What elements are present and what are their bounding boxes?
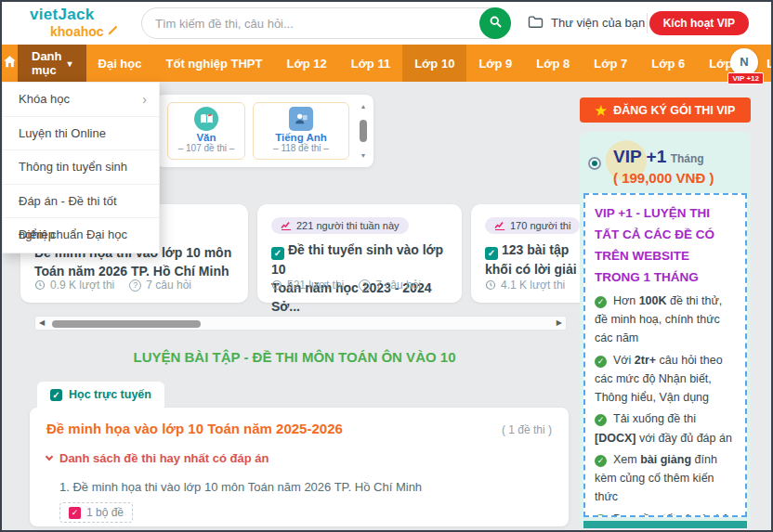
logo-text-bottom: khoahoc xyxy=(50,25,104,38)
sidebar-bottom-strip xyxy=(583,521,747,528)
subject-card-van[interactable]: Văn – 107 đề thi – xyxy=(167,102,245,160)
plan-name: VIP +1 xyxy=(613,147,666,167)
calendar-icon: ✓ xyxy=(69,507,81,519)
library-link[interactable]: Thư viện của bạn xyxy=(528,15,645,31)
clock-icon xyxy=(34,279,46,291)
logo-text-top: vietJack xyxy=(30,6,119,22)
pencil-icon xyxy=(107,24,119,38)
clock-icon xyxy=(485,279,496,291)
scroll-up-icon[interactable]: ▲ xyxy=(360,103,367,110)
menu-item-label: Khóa học xyxy=(19,92,70,106)
question-count: ? 7 câu hỏi xyxy=(359,279,421,292)
practice-card: Đề minh họa vào lớp 10 Toán năm 2025-202… xyxy=(30,408,569,526)
nav-item-dai-hoc[interactable]: Đại học xyxy=(86,45,154,82)
chart-icon xyxy=(281,221,292,230)
top-header: vietJack khoahoc Thư viện của bạn xyxy=(2,2,771,45)
search-icon xyxy=(489,15,503,32)
exam-list-header-label: Danh sách đề thi hay nhất có đáp án xyxy=(59,451,269,465)
exam-card-tuyen-sinh-2023[interactable]: 221 người thi tuần này ✓Đề thi tuyển sin… xyxy=(257,204,462,303)
nav-item-lop-9[interactable]: Lớp 9 xyxy=(466,45,524,82)
attempt-count: 4.1 K lượt thi xyxy=(485,279,565,292)
nav-item-lop-11[interactable]: Lớp 11 xyxy=(339,45,402,82)
vip-benefit-item: ✓Bao gồm tất cả các bậc từ Tiểu học đến … xyxy=(595,510,736,518)
avatar-vip-badge: VIP +12 xyxy=(727,72,764,84)
nav-item-lop-10[interactable]: Lớp 10 xyxy=(402,45,466,82)
submenu-arrow-icon: › xyxy=(142,83,147,117)
chevron-down-icon: ▾ xyxy=(68,58,72,69)
search-bar xyxy=(141,7,511,39)
exam-count-label: ( 1 đề thi ) xyxy=(502,423,552,436)
vip-benefit-item: ✓Với 2tr+ câu hỏi theo các mức độ Nhận b… xyxy=(595,351,736,408)
weekly-attempts-badge: 170 người thi xyxy=(485,217,580,234)
clock-icon xyxy=(271,279,282,291)
question-count: ? 7 câu hỏi xyxy=(129,279,191,292)
plan-price: ( 199,000 VNĐ ) xyxy=(613,170,714,186)
chart-icon xyxy=(494,221,505,230)
subject-name: Văn xyxy=(168,132,244,143)
home-icon xyxy=(2,54,18,72)
vip-sidebar: ★ ĐĂNG KÝ GÓI THI VIP VIP +1 Tháng ( 199… xyxy=(580,90,754,530)
weekly-attempts-badge: 221 người thi tuần này xyxy=(271,217,409,234)
scroll-right-icon[interactable]: ▶ xyxy=(557,318,562,327)
attempt-count: 0.9 K lượt thi xyxy=(34,279,114,292)
vietjack-exam-page: vietJack khoahoc Thư viện của bạn xyxy=(0,0,773,532)
exam-list-header[interactable]: Danh sách đề thi hay nhất có đáp án xyxy=(46,451,552,465)
nav-menu-label: Danh mục xyxy=(32,49,62,77)
nav-item-tot-nghiep-thpt[interactable]: Tốt nghiệp THPT xyxy=(154,45,275,82)
scroll-down-icon[interactable]: ▼ xyxy=(360,152,367,159)
exam-list-item[interactable]: 1. Đề minh họa thi vào lớp 10 môn Toán n… xyxy=(59,480,552,494)
nav-item-lop-12[interactable]: Lớp 12 xyxy=(274,45,338,82)
exam-cards-horizontal-scrollbar[interactable]: ◀ ▶ xyxy=(34,316,567,331)
menu-item-thong-tin-tuyen-sinh[interactable]: Thông tin tuyển sinh xyxy=(3,150,159,185)
attempt-count: 521 lượt thi xyxy=(271,279,344,292)
folder-icon xyxy=(528,15,544,31)
calendar-check-icon: ✓ xyxy=(485,247,498,260)
nav-menu-danh-muc[interactable]: Danh mục ▾ xyxy=(18,45,86,82)
subject-name: Tiếng Anh xyxy=(254,132,348,143)
vietjack-logo[interactable]: vietJack khoahoc xyxy=(30,6,119,38)
plan-radio-selected[interactable] xyxy=(588,157,601,170)
section-heading: LUYỆN BÀI TẬP - ĐỀ THI MÔN TOÁN ÔN VÀO 1… xyxy=(20,349,569,365)
activate-vip-button[interactable]: Kích hoạt VIP xyxy=(649,11,749,35)
danh-muc-dropdown: Khóa học › Luyện thi Online Thông tin tu… xyxy=(2,82,160,253)
menu-item-luyen-thi-online[interactable]: Luyện thi Online xyxy=(3,117,159,151)
menu-item-dap-an-de-thi[interactable]: Đáp án - Đề thi tốt nghiệp xyxy=(3,185,159,219)
vip-benefit-item: ✓Tải xuống đề thi [DOCX] với đầy đủ đáp … xyxy=(595,409,736,448)
scroll-thumb[interactable] xyxy=(360,120,367,142)
check-icon: ✓ xyxy=(595,296,607,308)
home-button[interactable] xyxy=(2,45,18,82)
check-icon: ✓ xyxy=(595,414,607,426)
nav-item-lop-6[interactable]: Lớp 6 xyxy=(639,45,697,82)
tab-label: Học trực tuyến xyxy=(69,388,151,401)
literature-book-icon xyxy=(194,107,218,131)
check-icon: ✓ xyxy=(595,514,607,518)
vip-plan-panel: VIP +1 Tháng ( 199,000 VNĐ ) VIP +1 - LU… xyxy=(580,132,751,528)
scroll-left-icon[interactable]: ◀ xyxy=(39,318,45,327)
checkbox-check-icon: ✓ xyxy=(50,389,62,401)
menu-item-diem-chuan[interactable]: Điểm chuẩn Đại học xyxy=(3,218,159,253)
check-icon: ✓ xyxy=(595,356,607,368)
search-input[interactable] xyxy=(142,17,479,31)
search-button[interactable] xyxy=(479,7,511,39)
nav-item-lop-8[interactable]: Lớp 8 xyxy=(524,45,582,82)
header-divider xyxy=(647,13,648,33)
tab-hoc-truc-tuyen[interactable]: ✓ Học trực tuyến xyxy=(37,382,164,408)
nav-item-lop-7[interactable]: Lớp 7 xyxy=(582,45,639,82)
question-icon: ? xyxy=(129,279,141,292)
calendar-check-icon: ✓ xyxy=(271,247,284,260)
main-nav: Danh mục ▾ Đại học Tốt nghiệp THPT Lớp 1… xyxy=(2,45,771,82)
subject-vertical-scrollbar[interactable]: ▲ ▼ xyxy=(357,101,370,161)
menu-item-khoa-hoc[interactable]: Khóa học › xyxy=(3,83,159,117)
scroll-thumb[interactable] xyxy=(52,320,201,328)
question-icon: ? xyxy=(359,279,371,292)
register-vip-button[interactable]: ★ ĐĂNG KÝ GÓI THI VIP xyxy=(580,97,751,123)
register-vip-label: ĐĂNG KÝ GÓI THI VIP xyxy=(613,104,735,117)
library-label: Thư viện của bạn xyxy=(551,16,645,30)
chevron-down-icon xyxy=(46,452,53,460)
exam-set-badge: ✓ 1 bộ đề xyxy=(59,502,133,523)
star-icon: ★ xyxy=(596,103,608,118)
exam-set-badge-label: 1 bộ đề xyxy=(86,506,124,519)
subject-card-tieng-anh[interactable]: Tiếng Anh – 118 đề thi – xyxy=(253,102,349,160)
vip-benefits-box: VIP +1 - LUYỆN THI TẤT CẢ CÁC ĐỀ CÓ TRÊN… xyxy=(583,193,747,517)
subject-panel: Văn – 107 đề thi – Tiếng Anh – 118 đề th… xyxy=(156,95,373,167)
